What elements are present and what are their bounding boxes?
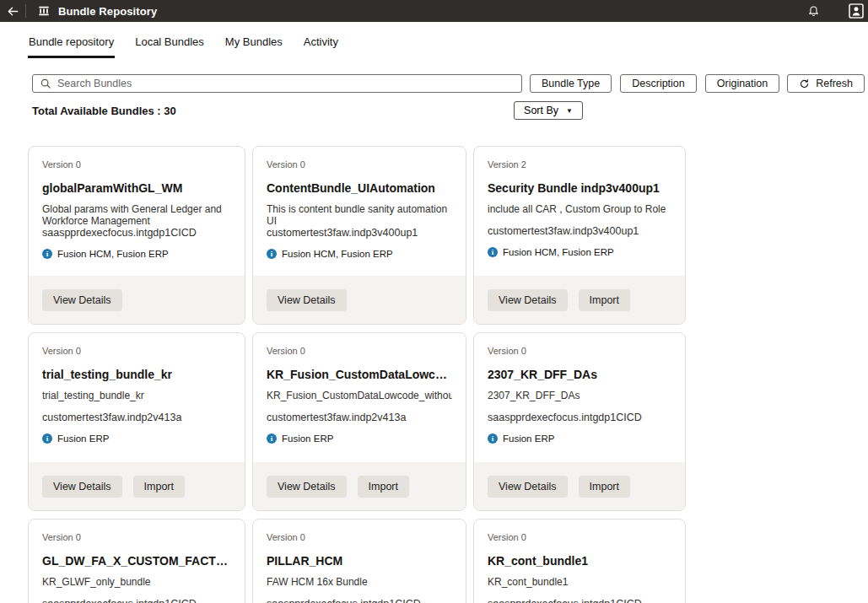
bundle-type-filter-button[interactable]: Bundle Type [530, 74, 612, 93]
bundle-applications-row: i Fusion HCM, Fusion ERP [488, 247, 671, 257]
bundle-description: include all CAR , Custom Group to Role [488, 203, 671, 225]
bundle-description: 2307_KR_DFF_DAs [488, 390, 671, 412]
bundle-card: Version 0 KR_Fusion_CustomDataLowcode_wi… [252, 332, 466, 511]
bundle-title: GL_DW_FA_X_CUSTOM_FACT_GLDET... [42, 554, 231, 568]
bundle-card-body: Version 0 globalParamWithGL_WM Global pa… [29, 147, 245, 259]
chevron-down-icon: ▼ [566, 107, 573, 115]
bundle-version: Version 2 [488, 159, 671, 170]
sort-by-dropdown[interactable]: Sort By ▼ [514, 101, 583, 120]
bundle-version: Version 0 [488, 532, 671, 542]
info-icon[interactable]: i [267, 249, 277, 259]
tab-my-bundles[interactable]: My Bundles [224, 32, 283, 58]
bundle-version: Version 0 [267, 532, 452, 542]
search-icon [40, 78, 51, 89]
toolbar: Bundle TypeDescriptionOrigination Refres… [32, 74, 865, 93]
bundle-card: Version 2 Security Bundle indp3v400up1 i… [473, 146, 686, 325]
bundle-card: Version 0 globalParamWithGL_WM Global pa… [28, 146, 245, 325]
view-details-button[interactable]: View Details [488, 476, 568, 498]
bundle-card-body: Version 2 Security Bundle indp3v400up1 i… [474, 147, 685, 257]
bundle-card-footer: View DetailsImport [474, 462, 685, 510]
bundle-description: This is content bundle sanity automation… [267, 203, 452, 227]
bundle-applications: Fusion HCM, Fusion ERP [503, 247, 614, 257]
import-button[interactable]: Import [579, 289, 630, 311]
bundle-card: Version 0 trial_testing_bundle_kr trial_… [28, 332, 245, 511]
bundle-title: ContentBundle_UIAutomation [267, 181, 452, 195]
bundle-source: customertest3faw.indp3v400up1 [267, 227, 452, 239]
back-button[interactable] [0, 0, 25, 22]
header-divider [25, 4, 26, 18]
info-icon[interactable]: i [488, 247, 498, 257]
bundle-applications-row: i Fusion HCM, Fusion ERP [42, 249, 231, 259]
description-filter-button[interactable]: Description [620, 74, 697, 93]
bundle-card: Version 0 PILLAR_HCM FAW HCM 16x Bundle … [252, 519, 466, 603]
bundle-description: FAW HCM 16x Bundle [267, 576, 452, 598]
bundle-title: trial_testing_bundle_kr [42, 368, 231, 381]
bundle-version: Version 0 [488, 346, 671, 356]
bundle-card-body: Version 0 GL_DW_FA_X_CUSTOM_FACT_GLDET..… [29, 520, 245, 603]
bundle-applications-row: i Fusion ERP [42, 433, 231, 444]
bundle-card-footer: View Details [253, 276, 466, 324]
bundle-title: 2307_KR_DFF_DAs [488, 368, 671, 381]
page-title: Bundle Repository [58, 5, 157, 18]
bundle-applications: Fusion ERP [282, 433, 333, 444]
bundle-source: customertest3faw.indp3v400up1 [488, 225, 671, 237]
bundle-card: Version 0 KR_cont_bundle1 KR_cont_bundle… [473, 519, 686, 603]
count-row: Total Available Bundles : 30 Sort By ▼ [32, 101, 583, 120]
search-input[interactable] [57, 78, 515, 89]
bundle-description: KR_cont_bundle1 [488, 576, 671, 598]
bundle-card: Version 0 GL_DW_FA_X_CUSTOM_FACT_GLDET..… [28, 519, 245, 603]
origination-filter-button[interactable]: Origination [705, 74, 779, 93]
bundle-title: Security Bundle indp3v400up1 [488, 181, 671, 195]
refresh-label: Refresh [816, 78, 853, 89]
bundle-title: KR_Fusion_CustomDataLowcode_wit... [267, 368, 452, 381]
bundle-applications: Fusion HCM, Fusion ERP [282, 249, 393, 259]
bundle-applications: Fusion ERP [57, 433, 109, 444]
view-details-button[interactable]: View Details [267, 476, 347, 498]
filter-buttons: Bundle TypeDescriptionOrigination [530, 74, 779, 93]
tabs: Bundle repositoryLocal BundlesMy Bundles… [0, 32, 868, 59]
notifications-bell-icon[interactable] [807, 5, 820, 18]
bundle-version: Version 0 [42, 346, 231, 356]
bundle-card-body: Version 0 2307_KR_DFF_DAs 2307_KR_DFF_DA… [474, 333, 685, 444]
bundle-card-body: Version 0 KR_Fusion_CustomDataLowcode_wi… [253, 333, 466, 444]
info-icon[interactable]: i [42, 249, 52, 259]
import-button[interactable]: Import [579, 476, 630, 498]
total-bundles-label: Total Available Bundles : 30 [32, 105, 176, 117]
bundle-applications-row: i Fusion ERP [267, 433, 452, 444]
bundle-card-body: Version 0 KR_cont_bundle1 KR_cont_bundle… [474, 520, 685, 603]
import-button[interactable]: Import [358, 476, 409, 498]
bundle-source: saaspprdexecfocus.intgdp1CICD [267, 598, 452, 603]
bundle-description: KR_Fusion_CustomDataLowcode_withoutSrc [267, 390, 452, 412]
tab-local-bundles[interactable]: Local Bundles [134, 32, 205, 58]
tab-bundle-repository[interactable]: Bundle repository [28, 32, 115, 58]
bundle-source: saaspprdexecfocus.intgdp1CICD [42, 227, 231, 239]
search-box [32, 74, 522, 93]
bundle-source: saaspprdexecfocus.intgdp1CICD [42, 598, 231, 603]
sort-by-label: Sort By [524, 105, 558, 116]
bundle-card-body: Version 0 trial_testing_bundle_kr trial_… [29, 333, 245, 444]
tab-activity[interactable]: Activity [303, 32, 339, 58]
bundle-version: Version 0 [267, 346, 452, 356]
bundle-source: customertest3faw.indp2v413a [267, 412, 452, 423]
refresh-button[interactable]: Refresh [787, 74, 865, 93]
bundle-card: Version 0 ContentBundle_UIAutomation Thi… [252, 146, 466, 325]
bundle-title: globalParamWithGL_WM [42, 181, 231, 195]
user-avatar-icon[interactable] [849, 3, 864, 19]
bundle-version: Version 0 [42, 532, 231, 542]
view-details-button[interactable]: View Details [267, 289, 347, 311]
bundle-repository-icon [38, 5, 50, 17]
bundle-card-footer: View DetailsImport [29, 462, 245, 510]
info-icon[interactable]: i [267, 433, 277, 444]
bundle-applications: Fusion HCM, Fusion ERP [57, 249, 169, 259]
bundle-description: KR_GLWF_only_bundle [42, 576, 231, 598]
view-details-button[interactable]: View Details [42, 289, 122, 311]
info-icon[interactable]: i [42, 433, 52, 444]
import-button[interactable]: Import [133, 476, 185, 498]
info-icon[interactable]: i [488, 433, 498, 444]
bundle-card-footer: View DetailsImport [253, 462, 466, 510]
bundle-source: saaspprdexecfocus.intgdp1CICD [488, 412, 671, 423]
app-header: Bundle Repository [0, 0, 868, 22]
bundle-card-body: Version 0 PILLAR_HCM FAW HCM 16x Bundle … [253, 520, 466, 603]
view-details-button[interactable]: View Details [42, 476, 122, 498]
view-details-button[interactable]: View Details [488, 289, 568, 311]
